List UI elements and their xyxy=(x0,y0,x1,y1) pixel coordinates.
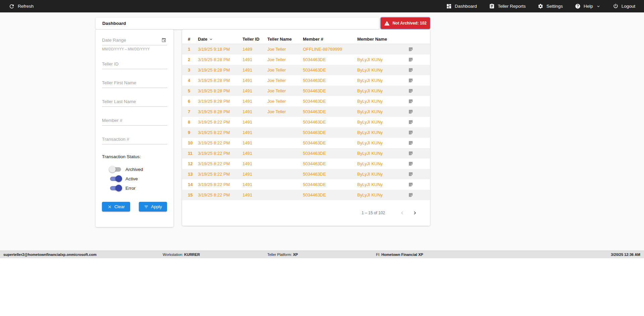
page-title-bar: Dashboard xyxy=(96,17,379,29)
clear-button[interactable]: Clear xyxy=(102,202,130,212)
toggle-active[interactable]: Active xyxy=(102,174,167,183)
table-row[interactable]: 9 3/19/25 8:22 PM 1491 5034463DE ByLyJI … xyxy=(182,127,430,138)
row-member: 5034463DE xyxy=(303,130,357,135)
row-teller-id: 1491 xyxy=(243,67,267,73)
status-bar: superteller2@hometownfinancialxp.onmicro… xyxy=(0,251,644,258)
row-teller-name: Joe Teller xyxy=(267,109,303,114)
note-icon[interactable] xyxy=(408,182,430,187)
transaction-status-label: Transaction Status: xyxy=(102,154,167,159)
page-title: Dashboard xyxy=(102,21,126,26)
refresh-icon xyxy=(9,3,15,9)
refresh-button[interactable]: Refresh xyxy=(9,3,34,9)
note-icon[interactable] xyxy=(408,172,430,177)
sort-desc-icon xyxy=(209,37,213,42)
table-row[interactable]: 12 3/19/25 8:22 PM 1491 5034463DE ByLyJI… xyxy=(182,159,430,169)
top-navbar: Refresh Dashboard Teller Reports Setting… xyxy=(0,0,644,12)
note-icon[interactable] xyxy=(408,67,430,73)
note-icon[interactable] xyxy=(408,140,430,145)
help-icon xyxy=(575,3,581,9)
transaction-number-input[interactable] xyxy=(102,134,167,144)
col-teller-id: Teller ID xyxy=(243,37,267,42)
toggle-archived[interactable]: Archived xyxy=(102,165,167,174)
row-teller-id: 1491 xyxy=(243,99,267,104)
row-number: 4 xyxy=(188,78,198,83)
row-member: 5034463DE xyxy=(303,172,357,177)
table-row[interactable]: 2 3/19/25 8:28 PM 1491 Joe Teller 503446… xyxy=(182,54,430,65)
reports-icon xyxy=(489,3,495,9)
row-member-name: ByLyJI KUNy xyxy=(357,109,408,114)
row-member: OFFLINE-88769999 xyxy=(303,47,357,52)
error-label: Error xyxy=(125,186,136,191)
note-icon[interactable] xyxy=(408,120,430,125)
apply-button[interactable]: Apply xyxy=(139,202,167,212)
row-member-name: ByLyJI KUNy xyxy=(357,67,408,73)
note-icon[interactable] xyxy=(408,99,430,104)
table-row[interactable]: 5 3/19/25 8:28 PM 1491 Joe Teller 503446… xyxy=(182,86,430,96)
not-archived-badge[interactable]: Not Archived: 102 xyxy=(381,17,430,29)
note-icon[interactable] xyxy=(408,57,430,62)
nav-help-label: Help xyxy=(584,4,593,9)
date-range-input[interactable] xyxy=(102,35,167,45)
apply-label: Apply xyxy=(151,204,162,209)
row-date: 3/19/25 8:28 PM xyxy=(198,57,243,62)
row-member-name: ByLyJI KUNy xyxy=(357,140,408,145)
teller-first-name-input[interactable] xyxy=(102,78,167,88)
nav-settings[interactable]: Settings xyxy=(538,3,563,9)
nav-teller-reports[interactable]: Teller Reports xyxy=(489,3,526,9)
table-row[interactable]: 4 3/19/25 8:28 PM 1491 Joe Teller 503446… xyxy=(182,75,430,86)
member-number-input[interactable] xyxy=(102,115,167,126)
toggle-error[interactable]: Error xyxy=(102,183,167,193)
row-number: 10 xyxy=(188,140,198,145)
table-row[interactable]: 1 3/19/25 9:18 PM 1489 Joe Teller OFFLIN… xyxy=(182,44,430,54)
next-page-button[interactable] xyxy=(411,209,419,217)
col-teller-name: Teller Name xyxy=(267,37,303,42)
active-switch[interactable] xyxy=(110,177,121,181)
workstation-value: KURRER xyxy=(184,253,200,257)
note-icon[interactable] xyxy=(408,78,430,83)
row-member-name: ByLyJI KUNy xyxy=(357,192,408,197)
transactions-table: # Date Teller ID Teller Name Member # Me… xyxy=(182,30,430,226)
note-icon[interactable] xyxy=(408,130,430,135)
table-row[interactable]: 13 3/19/25 8:22 PM 1491 5034463DE ByLyJI… xyxy=(182,169,430,179)
row-date: 3/19/25 8:28 PM xyxy=(198,78,243,83)
row-member-name: ByLyJI KUNy xyxy=(357,172,408,177)
row-date: 3/19/25 8:28 PM xyxy=(198,67,243,73)
table-row[interactable]: 8 3/19/25 8:22 PM 1491 5034463DE ByLyJI … xyxy=(182,117,430,127)
table-row[interactable]: 14 3/19/25 8:22 PM 1491 5034463DE ByLyJI… xyxy=(182,179,430,190)
col-member-name: Member Name xyxy=(357,37,408,42)
note-icon[interactable] xyxy=(408,88,430,93)
calendar-icon[interactable] xyxy=(161,38,166,43)
table-row[interactable]: 15 3/19/25 8:22 PM 1491 5034463DE ByLyJI… xyxy=(182,190,430,200)
nav-logout[interactable]: Logout xyxy=(613,3,635,9)
row-teller-id: 1489 xyxy=(243,47,267,52)
error-switch[interactable] xyxy=(110,186,121,190)
note-icon[interactable] xyxy=(408,161,430,166)
table-row[interactable]: 7 3/19/25 8:28 PM 1491 Joe Teller 503446… xyxy=(182,106,430,117)
archived-switch[interactable] xyxy=(110,167,121,172)
row-teller-id: 1491 xyxy=(243,161,267,166)
note-icon[interactable] xyxy=(408,151,430,156)
table-row[interactable]: 11 3/19/25 8:22 PM 1491 5034463DE ByLyJI… xyxy=(182,148,430,159)
row-number: 3 xyxy=(188,67,198,73)
col-date[interactable]: Date xyxy=(198,37,243,42)
close-icon xyxy=(107,205,112,209)
teller-last-name-input[interactable] xyxy=(102,96,167,107)
row-number: 2 xyxy=(188,57,198,62)
nav-help[interactable]: Help xyxy=(575,3,601,9)
note-icon[interactable] xyxy=(408,192,430,197)
note-icon[interactable] xyxy=(408,47,430,52)
teller-id-input[interactable] xyxy=(102,59,167,69)
row-member-name: ByLyJI KUNy xyxy=(357,120,408,125)
row-teller-id: 1491 xyxy=(243,130,267,135)
table-row[interactable]: 6 3/19/25 8:28 PM 1491 Joe Teller 503446… xyxy=(182,96,430,106)
row-number: 6 xyxy=(188,99,198,104)
row-number: 14 xyxy=(188,182,198,187)
nav-logout-label: Logout xyxy=(622,4,635,9)
table-row[interactable]: 10 3/19/25 8:22 PM 1491 5034463DE ByLyJI… xyxy=(182,138,430,148)
prev-page-button[interactable] xyxy=(398,209,406,217)
col-member: Member # xyxy=(303,37,357,42)
note-icon[interactable] xyxy=(408,109,430,114)
row-date: 3/19/25 8:28 PM xyxy=(198,109,243,114)
nav-dashboard[interactable]: Dashboard xyxy=(446,3,477,9)
table-row[interactable]: 3 3/19/25 8:28 PM 1491 Joe Teller 503446… xyxy=(182,65,430,75)
